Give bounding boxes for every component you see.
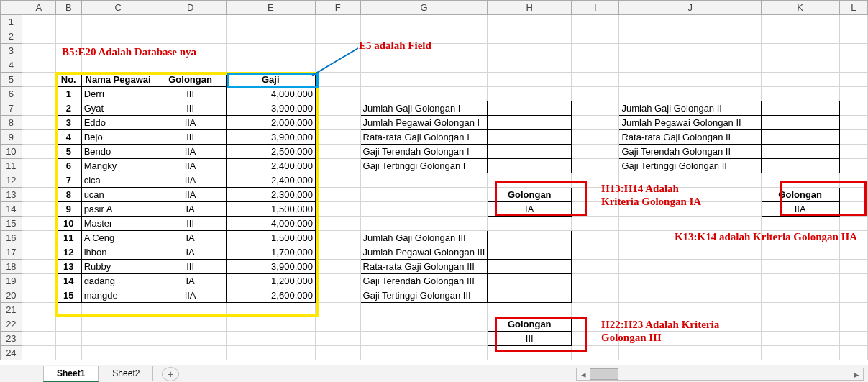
cell[interactable]	[761, 245, 839, 260]
cell[interactable]	[360, 87, 488, 101]
cell[interactable]: 11	[55, 231, 81, 245]
row-11[interactable]: 11	[1, 159, 22, 173]
cell[interactable]	[572, 15, 619, 29]
cell[interactable]	[839, 44, 867, 58]
cell[interactable]: Rubby	[81, 260, 155, 274]
cell[interactable]: 14	[55, 274, 81, 288]
cell[interactable]	[22, 303, 55, 317]
cell[interactable]	[761, 332, 839, 346]
cell[interactable]	[488, 58, 572, 73]
col-K[interactable]: K	[761, 1, 839, 15]
cell[interactable]: Bejo	[81, 130, 155, 145]
cell[interactable]	[315, 188, 360, 202]
cell[interactable]: 4,000,000	[226, 217, 315, 231]
cell[interactable]	[619, 346, 761, 360]
col-I[interactable]: I	[572, 1, 619, 15]
col-D[interactable]: D	[155, 1, 226, 15]
cell[interactable]	[839, 173, 867, 188]
cell[interactable]	[761, 44, 839, 58]
cell[interactable]	[488, 288, 572, 303]
row-7[interactable]: 7	[1, 101, 22, 116]
cell[interactable]	[839, 217, 867, 231]
cell[interactable]	[839, 87, 867, 101]
cell[interactable]: Jumlah Pegawai Golongan III	[360, 245, 488, 260]
cell[interactable]	[572, 317, 619, 332]
cell[interactable]	[22, 260, 55, 274]
cell[interactable]	[360, 317, 488, 332]
row-2[interactable]: 2	[1, 29, 22, 44]
cell[interactable]	[22, 145, 55, 159]
cell[interactable]	[81, 332, 155, 346]
cell[interactable]	[488, 303, 572, 317]
cell[interactable]	[761, 288, 839, 303]
cell[interactable]	[619, 188, 761, 202]
cell[interactable]: Golongan	[488, 188, 572, 202]
cell[interactable]	[839, 260, 867, 274]
cell[interactable]	[488, 274, 572, 288]
cell[interactable]: IIA	[155, 188, 226, 202]
cell[interactable]	[315, 101, 360, 116]
cell[interactable]: 4,000,000	[226, 87, 315, 101]
cell[interactable]	[81, 58, 155, 73]
cell[interactable]: Gaji Terendah Golongan III	[360, 274, 488, 288]
cell[interactable]	[226, 303, 315, 317]
cell[interactable]: Gyat	[81, 101, 155, 116]
cell[interactable]	[155, 29, 226, 44]
cell[interactable]: ihbon	[81, 245, 155, 260]
cell[interactable]	[761, 159, 839, 173]
col-E[interactable]: E	[226, 1, 315, 15]
cell[interactable]	[360, 73, 488, 87]
cell[interactable]	[488, 159, 572, 173]
new-sheet-button[interactable]: +	[162, 367, 179, 381]
cell[interactable]	[572, 188, 619, 202]
cell[interactable]	[315, 145, 360, 159]
cell[interactable]	[761, 303, 839, 317]
cell[interactable]: III	[155, 130, 226, 145]
cell[interactable]	[488, 116, 572, 130]
cell[interactable]	[572, 159, 619, 173]
row-13[interactable]: 13	[1, 188, 22, 202]
cell[interactable]	[55, 332, 81, 346]
cell[interactable]: Derri	[81, 87, 155, 101]
cell[interactable]	[839, 332, 867, 346]
cell[interactable]: 4	[55, 130, 81, 145]
cell[interactable]	[572, 58, 619, 73]
cell[interactable]: 2,400,000	[226, 159, 315, 173]
cell[interactable]: Rata-rata Gaji Golongan I	[360, 130, 488, 145]
cell[interactable]	[488, 87, 572, 101]
cell[interactable]	[839, 145, 867, 159]
cell[interactable]	[572, 44, 619, 58]
cell[interactable]	[619, 332, 761, 346]
cell[interactable]: 12	[55, 245, 81, 260]
cell[interactable]: IA	[488, 202, 572, 217]
cell[interactable]: 1	[55, 87, 81, 101]
cell[interactable]: 2,500,000	[226, 145, 315, 159]
cell[interactable]	[22, 130, 55, 145]
cell[interactable]	[619, 317, 761, 332]
cell[interactable]	[360, 15, 488, 29]
col-F[interactable]: F	[315, 1, 360, 15]
cell[interactable]: IA	[155, 231, 226, 245]
cell[interactable]	[22, 188, 55, 202]
cell[interactable]	[839, 130, 867, 145]
cell[interactable]: 2,400,000	[226, 173, 315, 188]
cell[interactable]: 1,500,000	[226, 231, 315, 245]
cell[interactable]	[839, 274, 867, 288]
cell[interactable]	[315, 317, 360, 332]
cell[interactable]	[55, 15, 81, 29]
row-24[interactable]: 24	[1, 346, 22, 360]
cell[interactable]	[155, 44, 226, 58]
cell[interactable]	[572, 101, 619, 116]
cell[interactable]: 5	[55, 145, 81, 159]
cell[interactable]	[360, 173, 488, 188]
cell[interactable]	[226, 29, 315, 44]
cell[interactable]	[761, 58, 839, 73]
cell[interactable]	[839, 303, 867, 317]
cell[interactable]: Jumlah Pegawai Golongan II	[619, 116, 761, 130]
row-10[interactable]: 10	[1, 145, 22, 159]
cell[interactable]	[22, 116, 55, 130]
cell[interactable]	[839, 231, 867, 245]
cell[interactable]	[572, 202, 619, 217]
cell[interactable]	[839, 159, 867, 173]
cell[interactable]	[761, 29, 839, 44]
